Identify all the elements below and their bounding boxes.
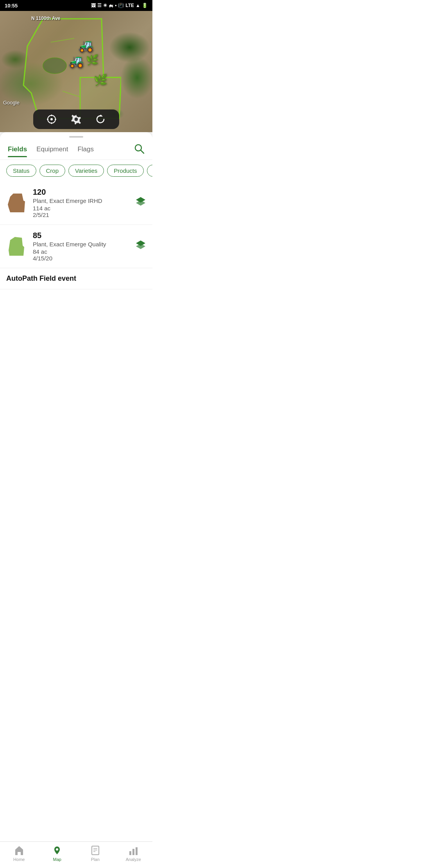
status-bar: 10:55 🖼 ☰ ✳ 🏍 • 📳 LTE ▲ 🔋 bbox=[0, 0, 152, 11]
trailer-icon-1: 🌿 bbox=[86, 54, 98, 66]
field-shape-icon-85 bbox=[6, 236, 27, 256]
rider-icon: 🏍 bbox=[109, 3, 113, 8]
field-desc-120: Plant, Exact Emerge IRHD bbox=[33, 197, 129, 204]
chip-crop[interactable]: Crop bbox=[39, 165, 66, 177]
layers-icon-85[interactable] bbox=[135, 240, 146, 253]
drag-handle bbox=[69, 136, 83, 138]
settings-button[interactable] bbox=[71, 114, 81, 124]
map-view[interactable]: N 1100th Ave 🚜 🚜 🌿 🌿 Google bbox=[0, 11, 152, 132]
chip-products[interactable]: Products bbox=[107, 165, 143, 177]
dot-icon: • bbox=[115, 3, 116, 8]
field-date-85: 4/15/20 bbox=[33, 255, 129, 262]
image-icon: 🖼 bbox=[91, 3, 96, 8]
search-button[interactable] bbox=[134, 143, 145, 160]
fan-icon: ✳ bbox=[103, 3, 107, 8]
svg-point-4 bbox=[50, 118, 53, 120]
locate-button[interactable] bbox=[46, 114, 57, 124]
field-acreage-120: 114 ac bbox=[33, 205, 129, 212]
table-row[interactable]: 120 Plant, Exact Emerge IRHD 114 ac 2/5/… bbox=[0, 181, 152, 225]
svg-point-0 bbox=[43, 58, 66, 74]
tractor-icon-1: 🚜 bbox=[78, 38, 94, 53]
tabs-left: Fields Equipment Flags bbox=[8, 145, 94, 157]
tab-equipment[interactable]: Equipment bbox=[36, 145, 68, 157]
table-row[interactable]: 85 Plant, Exact Emerge Quality 84 ac 4/1… bbox=[0, 225, 152, 268]
signal-icon: ▲ bbox=[136, 3, 140, 8]
lte-label: LTE bbox=[125, 3, 134, 8]
status-icons: 🖼 ☰ ✳ 🏍 • 📳 LTE ▲ 🔋 bbox=[91, 3, 148, 8]
field-acreage-85: 84 ac bbox=[33, 248, 129, 255]
layers-icon-120[interactable] bbox=[135, 196, 146, 210]
field-shape-icon-120 bbox=[6, 193, 27, 213]
tab-flags[interactable]: Flags bbox=[77, 145, 94, 157]
bottom-sheet: Fields Equipment Flags Status Crop Varie… bbox=[0, 132, 152, 359]
map-toolbar bbox=[33, 109, 119, 129]
field-desc-85: Plant, Exact Emerge Quality bbox=[33, 241, 129, 247]
autopath-title: AutoPath Field event bbox=[6, 274, 146, 283]
chip-varieties[interactable]: Varieties bbox=[68, 165, 104, 177]
road-label: N 1100th Ave bbox=[31, 16, 60, 21]
tractor-icon-2: 🚜 bbox=[68, 54, 84, 69]
drag-handle-area[interactable] bbox=[0, 132, 152, 140]
field-name-120: 120 bbox=[33, 188, 129, 197]
svg-point-10 bbox=[74, 118, 78, 121]
svg-marker-17 bbox=[136, 244, 145, 249]
chip-client[interactable]: Client bbox=[147, 165, 153, 177]
tab-fields[interactable]: Fields bbox=[8, 145, 27, 157]
field-list: 120 Plant, Exact Emerge IRHD 114 ac 2/5/… bbox=[0, 181, 152, 321]
field-date-120: 2/5/21 bbox=[33, 212, 129, 218]
status-time: 10:55 bbox=[5, 3, 18, 9]
svg-line-13 bbox=[141, 150, 144, 153]
refresh-button[interactable] bbox=[96, 114, 106, 124]
google-watermark: Google bbox=[3, 100, 20, 106]
svg-marker-15 bbox=[136, 200, 145, 206]
field-name-85: 85 bbox=[33, 231, 129, 240]
field-info-85: 85 Plant, Exact Emerge Quality 84 ac 4/1… bbox=[33, 231, 129, 262]
vibrate-icon: 📳 bbox=[118, 3, 124, 8]
chip-status[interactable]: Status bbox=[6, 165, 36, 177]
filter-chips: Status Crop Varieties Products Client bbox=[0, 160, 152, 181]
tabs-row: Fields Equipment Flags bbox=[0, 140, 152, 160]
field-info-120: 120 Plant, Exact Emerge IRHD 114 ac 2/5/… bbox=[33, 188, 129, 218]
trailer-icon-2: 🌿 bbox=[94, 74, 107, 86]
battery-icon: 🔋 bbox=[142, 3, 148, 8]
list-icon: ☰ bbox=[97, 3, 102, 8]
list-item[interactable]: AutoPath Field event bbox=[0, 268, 152, 289]
